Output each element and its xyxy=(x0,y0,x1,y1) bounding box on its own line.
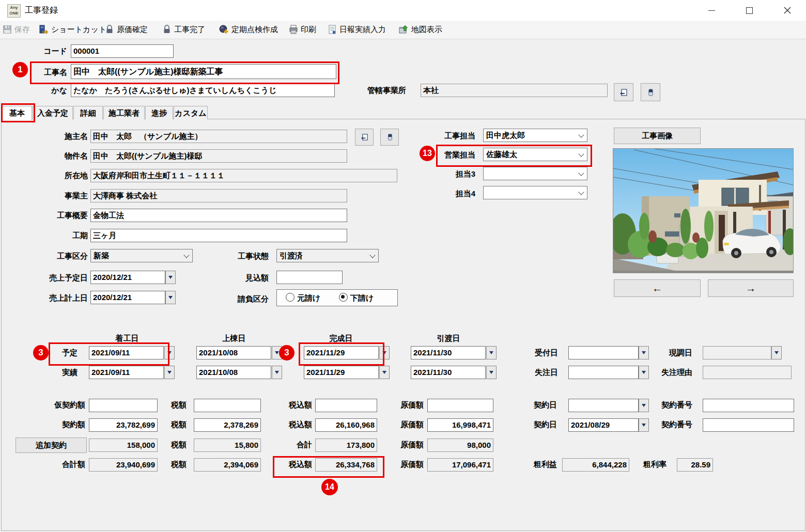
additional-contract-button[interactable]: 追加契約 xyxy=(16,437,87,453)
gross-profit-field[interactable]: 6,844,228 xyxy=(562,458,629,472)
prev-image-button[interactable]: ← xyxy=(614,279,701,297)
toolbar: 保存 ショートカット 原価確定 工事完了 定期点検作成 印刷 日報実績入力 地 xyxy=(0,21,806,39)
reception-date-field[interactable] xyxy=(568,346,639,359)
form-jump-icon xyxy=(361,133,368,141)
construction-name-field[interactable]: 田中 太郎((サンプル施主)様邸新築工事 xyxy=(71,64,336,79)
planned-start-date-dropdown[interactable] xyxy=(164,346,175,359)
actual-start-date-dropdown[interactable] xyxy=(164,366,175,379)
contract-amount-field[interactable]: 23,782,699 xyxy=(89,418,158,432)
actual-framing-date-field[interactable]: 2021/10/08 xyxy=(196,366,271,379)
site-survey-date-field[interactable] xyxy=(703,346,771,359)
subtotal-field-r3[interactable]: 173,800 xyxy=(315,439,377,452)
close-button[interactable] xyxy=(768,0,806,21)
cost-field-r2[interactable]: 16,998,471 xyxy=(427,418,493,432)
kana-field[interactable]: たなか たろう(さんぷるせしゅ)さまていしんちくこうじ xyxy=(71,84,335,97)
tax-field-r1[interactable] xyxy=(194,399,261,412)
lost-order-date-dropdown[interactable] xyxy=(639,366,649,379)
actual-handover-date-dropdown[interactable] xyxy=(486,366,497,379)
code-field[interactable]: 000001 xyxy=(71,44,174,58)
prime-contract-radio[interactable] xyxy=(286,293,295,302)
tab-progress[interactable]: 進捗 xyxy=(145,106,173,119)
incl-tax-field-r2[interactable]: 26,160,968 xyxy=(315,418,377,432)
planned-framing-date-field[interactable]: 2021/10/08 xyxy=(196,346,271,359)
planned-completion-date-field[interactable]: 2021/11/29 xyxy=(304,346,379,359)
gross-margin-field[interactable]: 28.59 xyxy=(677,458,713,472)
sales-recorded-date-dropdown[interactable] xyxy=(165,291,176,304)
manager4-select[interactable] xyxy=(483,186,587,199)
provisional-contract-amount-field[interactable] xyxy=(89,399,158,412)
construction-image-button[interactable]: 工事画像 xyxy=(614,128,701,144)
tax-field-r4[interactable]: 2,394,069 xyxy=(194,458,261,472)
cost-label-r2: 原価額 xyxy=(390,420,424,430)
additional-amount-field[interactable]: 158,000 xyxy=(89,439,158,452)
tax-field-r2[interactable]: 2,378,269 xyxy=(194,418,261,432)
minimize-button[interactable] xyxy=(693,0,731,21)
construction-complete-button[interactable]: 工事完了 xyxy=(162,21,205,38)
cost-confirm-button[interactable]: 原価確定 xyxy=(105,21,148,38)
map-display-button[interactable]: 地図表示 xyxy=(399,21,442,38)
owner-lookup-button[interactable] xyxy=(355,129,374,146)
tab-custom[interactable]: カスタム xyxy=(174,106,208,119)
total-incl-tax-field[interactable]: 26,334,768 xyxy=(315,458,377,472)
manager3-select[interactable] xyxy=(483,167,587,180)
periodic-inspection-button[interactable]: 定期点検作成 xyxy=(219,21,278,38)
estimate-field[interactable] xyxy=(276,271,343,284)
location-field[interactable]: 大阪府岸和田市土生町１１－１１１１ xyxy=(90,169,397,182)
tab-payment-schedule[interactable]: 入金予定 xyxy=(33,106,73,119)
cost-field-r3[interactable]: 98,000 xyxy=(427,439,493,452)
next-image-button[interactable]: → xyxy=(708,279,794,297)
tab-basic[interactable]: 基本 xyxy=(2,106,32,120)
lost-reason-field[interactable] xyxy=(703,366,792,379)
contract-no-field-r1[interactable] xyxy=(703,399,794,412)
daily-report-button[interactable]: 日報実績入力 xyxy=(328,21,386,38)
office-lookup-button[interactable] xyxy=(614,83,633,101)
cost-field-r4[interactable]: 17,096,471 xyxy=(427,458,493,472)
sales-manager-select[interactable]: 佐藤雄太 xyxy=(483,148,587,161)
planned-start-date-field[interactable]: 2021/09/11 xyxy=(89,346,164,359)
actual-start-date-field[interactable]: 2021/09/11 xyxy=(89,366,164,379)
office-field[interactable]: 本社 xyxy=(421,84,608,97)
site-survey-date-dropdown[interactable] xyxy=(771,346,782,359)
dropdown-arrow-icon xyxy=(167,351,172,354)
maximize-button[interactable] xyxy=(731,0,768,21)
tab-details[interactable]: 詳細 xyxy=(73,106,103,119)
incl-tax-field-r1[interactable] xyxy=(315,399,377,412)
period-field[interactable]: 三ヶ月 xyxy=(90,229,347,242)
contract-date-field-r1[interactable] xyxy=(568,399,639,412)
reception-date-dropdown[interactable] xyxy=(639,346,649,359)
office-device-button[interactable] xyxy=(641,83,660,101)
planned-framing-date-dropdown[interactable] xyxy=(272,346,282,359)
sales-planned-date-field[interactable]: 2020/12/21 xyxy=(90,271,165,284)
business-owner-field[interactable]: 大澤商事 株式会社 xyxy=(90,189,347,202)
owner-field[interactable]: 田中 太郎 （サンプル施主） xyxy=(90,130,347,143)
planned-handover-date-dropdown[interactable] xyxy=(486,346,497,359)
sales-recorded-date-field[interactable]: 2020/12/21 xyxy=(90,291,165,304)
tax-field-r3[interactable]: 15,800 xyxy=(194,439,261,452)
owner-device-button[interactable] xyxy=(380,129,399,146)
planned-completion-date-dropdown[interactable] xyxy=(379,346,390,359)
contract-date-field-r2[interactable]: 2021/08/29 xyxy=(568,418,639,432)
contract-date-dropdown-r1[interactable] xyxy=(639,399,649,412)
contract-no-field-r2[interactable] xyxy=(703,418,794,432)
summary-label: 工事概要 xyxy=(39,211,88,221)
cost-field-r1[interactable] xyxy=(427,399,493,412)
construction-manager-select[interactable]: 田中虎太郎 xyxy=(483,129,587,142)
actual-handover-date-field[interactable]: 2021/11/30 xyxy=(411,366,486,379)
property-field[interactable]: 田中 太郎((サンプル施主)様邸 xyxy=(90,149,347,163)
total-amount-field[interactable]: 23,940,699 xyxy=(89,458,158,472)
tab-contractors[interactable]: 施工業者 xyxy=(103,106,145,119)
save-button[interactable]: 保存 xyxy=(3,21,30,38)
shortcut-button[interactable]: ショートカット xyxy=(39,21,106,38)
print-button[interactable]: 印刷 xyxy=(289,21,316,38)
sales-planned-date-dropdown[interactable] xyxy=(165,271,176,284)
lost-order-date-field[interactable] xyxy=(568,366,639,379)
actual-completion-date-field[interactable]: 2021/11/29 xyxy=(304,366,379,379)
sub-contract-radio[interactable] xyxy=(339,293,348,302)
planned-handover-date-field[interactable]: 2021/11/30 xyxy=(411,346,486,359)
actual-completion-date-dropdown[interactable] xyxy=(379,366,390,379)
contract-date-dropdown-r2[interactable] xyxy=(639,418,649,432)
category-select[interactable]: 新築 xyxy=(90,249,193,262)
actual-framing-date-dropdown[interactable] xyxy=(272,366,282,379)
status-select[interactable]: 引渡済 xyxy=(276,249,379,262)
summary-field[interactable]: 金物工法 xyxy=(90,209,347,222)
